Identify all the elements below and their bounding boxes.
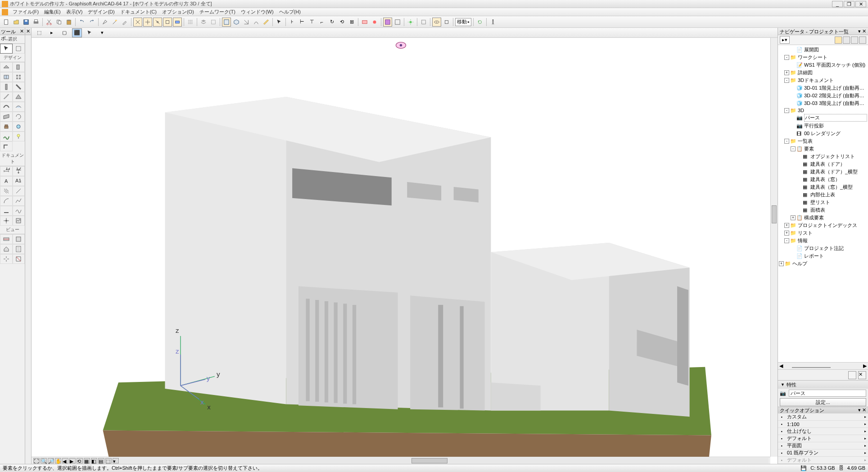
- view-drop[interactable]: ▾: [113, 458, 119, 463]
- nav-new-button[interactable]: [848, 371, 856, 379]
- paste-button[interactable]: [64, 18, 73, 27]
- sun-button[interactable]: [406, 18, 415, 27]
- lamp-tool[interactable]: [13, 132, 25, 141]
- nav-tab-publisher[interactable]: [859, 36, 866, 44]
- curtain-tool[interactable]: [0, 112, 13, 122]
- tree-item[interactable]: 🎞00 レンダリング: [778, 130, 868, 137]
- dimension-tool[interactable]: 12: [0, 166, 13, 176]
- pick-button[interactable]: [100, 18, 109, 27]
- snap-6[interactable]: ⟲: [337, 18, 346, 27]
- minimize-button[interactable]: _: [832, 1, 843, 7]
- tree-item[interactable]: -📋要素: [778, 145, 868, 153]
- worksheet-tool[interactable]: [13, 244, 25, 254]
- menu-edit[interactable]: 編集(E): [41, 9, 63, 15]
- tree-item[interactable]: ▦建具表（窓）_横型: [778, 183, 868, 191]
- quick-option-row[interactable]: ▪デフォルト▸: [778, 435, 868, 442]
- spline-tool[interactable]: [13, 206, 25, 216]
- tree-item[interactable]: 🧊3D-03 3階見上げ (自動再構築: [778, 100, 868, 107]
- snap-7[interactable]: ⊞: [347, 18, 356, 27]
- qo-close-icon[interactable]: ✕: [862, 407, 866, 413]
- tree-item[interactable]: -📁ワークシート: [778, 54, 868, 61]
- menu-help[interactable]: ヘルプ(H): [276, 9, 303, 15]
- label-tool[interactable]: A1: [13, 176, 25, 186]
- tree-item[interactable]: +📁プロジェクトインデックス: [778, 222, 868, 229]
- cursor-mode-3[interactable]: [153, 18, 162, 27]
- orbit-icon[interactable]: ⟲: [77, 458, 83, 463]
- qo-pin-icon[interactable]: ▾: [858, 407, 861, 413]
- measure-button[interactable]: [262, 18, 271, 27]
- mesh-tool[interactable]: [0, 132, 13, 141]
- tree-item[interactable]: ▦オブジェクトリスト: [778, 153, 868, 160]
- tree-toggle-icon[interactable]: -: [784, 238, 789, 243]
- tree-toggle-icon[interactable]: -: [784, 108, 789, 113]
- info-mode-3[interactable]: ▢: [59, 28, 69, 37]
- info-mode-1[interactable]: ⬚: [34, 28, 44, 37]
- column-tool[interactable]: [13, 72, 25, 82]
- view-btn-2[interactable]: ◧: [91, 458, 97, 463]
- tree-item[interactable]: 📝WS1 平面図スケッチ (個別): [778, 61, 868, 69]
- wire-mode[interactable]: [393, 18, 402, 27]
- menu-file[interactable]: ファイル(F): [10, 9, 41, 15]
- menu-view[interactable]: 表示(V): [63, 9, 86, 15]
- snap-2[interactable]: ⊢: [298, 18, 307, 27]
- menu-document[interactable]: ドキュメント(C): [118, 9, 159, 15]
- magic-wand-button[interactable]: [110, 18, 119, 27]
- corner-tool[interactable]: [0, 141, 13, 151]
- view-btn-1[interactable]: ▦: [84, 458, 90, 463]
- morph-tool[interactable]: [13, 112, 25, 122]
- tree-item[interactable]: +📁リスト: [778, 229, 868, 237]
- tree-item[interactable]: -📁一覧表: [778, 137, 868, 145]
- tree-toggle-icon[interactable]: -: [784, 139, 789, 144]
- zoom-fit-icon[interactable]: ⛶: [33, 458, 40, 463]
- tree-item[interactable]: ▦面積表: [778, 206, 868, 214]
- view-btn-3[interactable]: ▤: [98, 458, 104, 463]
- tree-toggle-icon[interactable]: -: [784, 78, 789, 83]
- save-button[interactable]: [22, 18, 31, 27]
- toolbox-collapse-close-icon[interactable]: ✕: [26, 28, 30, 34]
- tree-item[interactable]: 📄展開図: [778, 46, 868, 54]
- tree-item[interactable]: 📷平行投影: [778, 122, 868, 130]
- copy-button[interactable]: [54, 18, 63, 27]
- drawing-tool[interactable]: [0, 206, 13, 216]
- shade-mode[interactable]: [383, 18, 392, 27]
- qo-dropdown-icon[interactable]: ▸: [863, 444, 868, 448]
- menu-window[interactable]: ウィンドウ(W): [238, 9, 276, 15]
- navigator-chooser[interactable]: ▸▾: [780, 36, 790, 44]
- arrow-tool[interactable]: [0, 44, 13, 54]
- wall-tool[interactable]: [0, 62, 13, 72]
- redo-button[interactable]: [87, 18, 96, 27]
- tree-item[interactable]: 🧊3D-02 2階見上げ (自動再構築: [778, 92, 868, 100]
- nav-tab-project[interactable]: [835, 36, 842, 44]
- properties-toggle-icon[interactable]: ▼: [781, 382, 785, 387]
- tree-item[interactable]: ▦建具表（ドア）_横型: [778, 168, 868, 176]
- quick-option-row[interactable]: ▪平面図▸: [778, 442, 868, 449]
- quick-option-row[interactable]: ▪カスタム▸: [778, 413, 868, 421]
- beam-tool[interactable]: [0, 82, 13, 92]
- stair-tool[interactable]: [0, 92, 13, 102]
- horizontal-scrollbar[interactable]: [120, 458, 769, 463]
- cut-button[interactable]: [45, 18, 54, 27]
- quick-option-row[interactable]: ▪01 既存プラン▸: [778, 449, 868, 457]
- navigator-close-icon[interactable]: ✕: [862, 28, 866, 34]
- undo-button[interactable]: [77, 18, 86, 27]
- tree-item[interactable]: ▦建具表（窓）: [778, 176, 868, 183]
- qo-dropdown-icon[interactable]: ▸: [863, 429, 868, 433]
- zoom-in-icon[interactable]: 🔍: [41, 458, 47, 463]
- cursor-mode-2[interactable]: [143, 18, 152, 27]
- maximize-button[interactable]: ❐: [844, 1, 854, 7]
- render-1[interactable]: [360, 18, 369, 27]
- info-mode-4[interactable]: ⬛: [72, 28, 82, 37]
- slab-tool[interactable]: [13, 82, 25, 92]
- quick-option-row[interactable]: ▪1:100▸: [778, 421, 868, 428]
- interior-tool[interactable]: [0, 244, 13, 254]
- nav-delete-button[interactable]: ✕: [858, 371, 866, 379]
- zone-tool[interactable]: [13, 122, 25, 132]
- tree-item[interactable]: +📋構成要素: [778, 214, 868, 222]
- cursor-mode-4[interactable]: [163, 18, 172, 27]
- zoom-out-icon[interactable]: 🔎: [48, 458, 54, 463]
- view-3d-button[interactable]: [232, 18, 241, 27]
- hotspot-tool[interactable]: [0, 216, 13, 226]
- navigator-tree[interactable]: 📄展開図-📁ワークシート📝WS1 平面図スケッチ (個別)+📁詳細図-📁3Dドキ…: [778, 45, 868, 362]
- tree-toggle-icon[interactable]: -: [791, 146, 796, 151]
- curve-button[interactable]: [252, 18, 261, 27]
